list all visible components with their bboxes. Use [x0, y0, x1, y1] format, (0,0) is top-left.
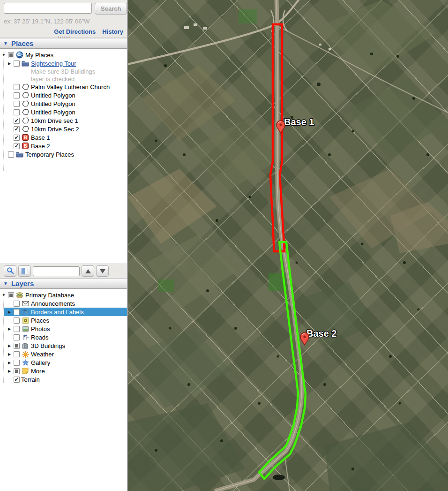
polygon-icon: [21, 100, 30, 107]
pushpin-base-2[interactable]: [300, 332, 309, 345]
places-item-my-places[interactable]: ▼ My Places: [0, 51, 127, 59]
collapse-triangle-icon[interactable]: ▼: [3, 281, 8, 286]
checkbox[interactable]: [14, 377, 20, 383]
checkbox[interactable]: [14, 92, 20, 98]
item-label[interactable]: Sightseeing Tour: [31, 60, 76, 67]
get-directions-link[interactable]: Get Directions: [54, 28, 96, 35]
item-label: My Places: [25, 52, 53, 59]
checkbox[interactable]: [14, 326, 20, 332]
checkbox[interactable]: [14, 309, 20, 315]
item-label: 3D Buildings: [31, 342, 65, 349]
item-label: Temporary Places: [25, 151, 74, 158]
checkbox[interactable]: [14, 351, 20, 357]
item-label: Roads: [31, 334, 49, 341]
places-item-note-line-1: Make sure 3D Buildings: [0, 68, 127, 75]
search-icon: [7, 267, 14, 276]
find-button[interactable]: [4, 265, 16, 277]
layers-item-gallery[interactable]: ▶ Gallery: [0, 358, 127, 367]
checkbox[interactable]: [8, 52, 14, 58]
show-results-button[interactable]: [18, 265, 31, 277]
down-arrow-icon: [100, 269, 105, 273]
item-label: Untitled Polygon: [31, 92, 75, 99]
layers-tree: ▼ Primary Database Announcements ▶: [0, 289, 127, 491]
layers-item-roads[interactable]: Roads: [0, 333, 127, 341]
expand-arrow-icon[interactable]: ▼: [1, 53, 7, 57]
item-label: 10km Drive sec 1: [31, 117, 78, 124]
checkbox[interactable]: [14, 101, 20, 107]
layers-item-3d-buildings[interactable]: ▶ 3D Buildings: [0, 341, 127, 350]
checkbox[interactable]: [14, 143, 20, 149]
collapse-triangle-icon[interactable]: ▼: [3, 41, 8, 46]
layers-panel-header[interactable]: ▼ Layers: [0, 278, 127, 289]
expand-arrow-icon[interactable]: ▼: [1, 293, 7, 297]
layers-item-places[interactable]: Places: [0, 316, 127, 325]
expand-arrow-icon[interactable]: ▶: [7, 352, 12, 356]
polygon-icon: [21, 91, 30, 99]
layers-item-borders-and-labels[interactable]: ▶ Borders and Labels: [0, 308, 127, 316]
places-panel-header[interactable]: ▼ Places: [0, 38, 127, 49]
layers-item-announcements[interactable]: Announcements: [0, 299, 127, 308]
checkbox[interactable]: [8, 151, 14, 158]
layers-item-terrain[interactable]: Terrain: [0, 375, 127, 384]
places-item-base-1[interactable]: B Base 1: [0, 133, 127, 142]
checkbox[interactable]: [14, 301, 20, 307]
base-badge-icon: B: [21, 142, 30, 150]
google-earth-window: Search ex: 37 25' 19.1"N, 122 05' 06"W G…: [0, 0, 448, 491]
mail-icon: [21, 300, 30, 307]
places-item-sightseeing-tour[interactable]: ▶ Sightseeing Tour: [0, 59, 127, 68]
checkbox[interactable]: [14, 343, 20, 349]
checkbox[interactable]: [8, 292, 14, 298]
photo-icon: [21, 325, 30, 332]
expand-arrow-icon[interactable]: ▶: [7, 327, 12, 331]
checkbox[interactable]: [14, 135, 20, 141]
layers-item-photos[interactable]: ▶ Photos: [0, 325, 127, 333]
checkbox[interactable]: [14, 118, 20, 124]
item-label: More: [31, 368, 45, 375]
places-item-base-2[interactable]: B Base 2: [0, 142, 127, 150]
history-link[interactable]: History: [102, 28, 123, 35]
expand-arrow-icon[interactable]: ▶: [7, 361, 12, 365]
checkbox[interactable]: [14, 126, 20, 132]
places-item-note-line-2: layer is checked: [0, 75, 127, 83]
checkbox[interactable]: [14, 60, 20, 67]
expand-arrow-icon[interactable]: ▶: [7, 369, 12, 373]
search-button[interactable]: Search: [95, 3, 127, 15]
sidebar: Search ex: 37 25' 19.1"N, 122 05' 06"W G…: [0, 0, 128, 491]
map-view[interactable]: Base 1 Base 2: [128, 0, 448, 491]
building-icon: [21, 342, 30, 349]
checkbox[interactable]: [14, 360, 20, 366]
previous-item-button[interactable]: [82, 265, 94, 277]
item-label: Gallery: [31, 359, 50, 366]
layers-item-primary-database[interactable]: ▼ Primary Database: [0, 291, 127, 299]
expand-arrow-icon[interactable]: ▶: [7, 61, 12, 66]
places-item-palm-valley[interactable]: Palm Valley Lutheran Church: [0, 83, 127, 91]
item-label: Announcements: [31, 300, 75, 307]
expand-arrow-icon[interactable]: ▶: [7, 344, 12, 348]
next-item-button[interactable]: [96, 265, 109, 277]
checkbox[interactable]: [14, 368, 20, 374]
places-item-10km-drive-sec-2[interactable]: 10km Drive Sec 2: [0, 125, 127, 133]
layers-item-weather[interactable]: ▶ Weather: [0, 350, 127, 358]
checkbox[interactable]: [14, 334, 20, 340]
item-label: Borders and Labels: [31, 309, 84, 316]
places-item-untitled-polygon-1[interactable]: Untitled Polygon: [0, 91, 127, 99]
checkbox[interactable]: [14, 84, 20, 90]
search-input[interactable]: [4, 3, 92, 14]
item-label: Terrain: [21, 376, 40, 383]
item-label: Weather: [31, 351, 54, 358]
checkbox[interactable]: [14, 109, 20, 115]
places-item-untitled-polygon-3[interactable]: Untitled Polygon: [0, 108, 127, 116]
places-filter-input[interactable]: [33, 266, 80, 276]
item-label: Palm Valley Lutheran Church: [31, 83, 110, 91]
layers-item-more[interactable]: ▶ More: [0, 367, 127, 375]
places-tree: ▼ My Places ▶ Sightseeing Tour Make sure…: [0, 49, 127, 264]
places-item-10km-drive-sec-1[interactable]: 10km Drive sec 1: [0, 116, 127, 125]
search-panel: Search ex: 37 25' 19.1"N, 122 05' 06"W G…: [0, 0, 127, 38]
places-item-temporary-places[interactable]: Temporary Places: [0, 150, 127, 159]
note-text: Make sure 3D Buildings: [31, 68, 95, 75]
checkbox[interactable]: [14, 317, 20, 324]
expand-arrow-icon[interactable]: ▶: [7, 310, 12, 314]
places-item-untitled-polygon-2[interactable]: Untitled Polygon: [0, 99, 127, 108]
columns-icon: [22, 268, 28, 274]
item-label: Base 2: [31, 143, 50, 150]
